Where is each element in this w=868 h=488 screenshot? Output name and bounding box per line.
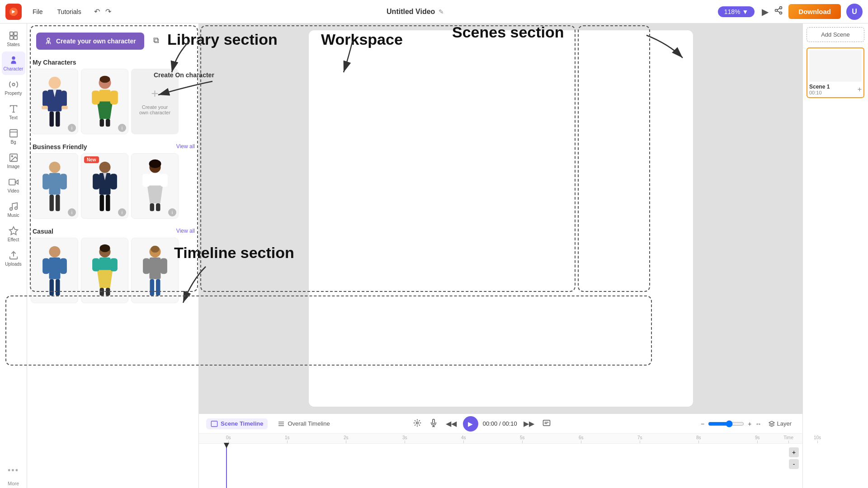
timeline-zoom-in-btn[interactable]: + [789,447,799,457]
sidebar-icons: States Character Property Text Bg Image [0,23,27,488]
scene-timeline-tab[interactable]: Scene Timeline [206,418,268,429]
fit-timeline-btn[interactable]: ↔ [755,420,761,427]
character-card-2[interactable]: i [81,69,128,134]
svg-point-67 [99,244,110,252]
sidebar-item-property[interactable]: Property [2,76,25,99]
business-char-1[interactable]: i [31,153,78,219]
zoom-control[interactable]: 118% ▼ [718,6,755,17]
create-card-label: Create yourown character [137,103,172,117]
svg-rect-7 [14,32,17,35]
sidebar-dots[interactable]: ••• [8,466,19,475]
sidebar-item-states[interactable]: States [2,27,25,51]
business-friendly-title: Business Friendly [33,143,87,150]
timeline-toolbar: Scene Timeline Overall Timeline ◀◀ ▶ [199,414,802,434]
timeline-section: Scene Timeline Overall Timeline ◀◀ ▶ [199,413,802,488]
character-card-1[interactable]: i [31,69,78,134]
svg-rect-37 [92,90,99,104]
char-info-btn-2[interactable]: i [118,124,126,132]
sidebar-label-character: Character [4,66,24,71]
casual-char-2[interactable] [81,238,128,303]
svg-rect-14 [9,130,17,137]
add-character-icon: + [151,86,158,101]
skip-forward-btn[interactable]: ▶▶ [522,418,536,430]
svg-point-2 [775,9,778,12]
svg-rect-58 [150,203,154,211]
bf-info-btn-3[interactable]: i [168,208,176,216]
sidebar-item-text[interactable]: Text [2,100,25,124]
play-pause-button[interactable]: ▶ [463,416,478,432]
add-scene-button[interactable]: Add Scene [807,27,864,42]
svg-rect-29 [61,90,66,107]
svg-rect-52 [105,195,110,211]
timeline-zoom-out-btn[interactable]: - [789,459,799,469]
create-character-card[interactable]: + Create yourown character [131,69,179,134]
sidebar-label-music: Music [7,213,19,218]
overall-timeline-tab[interactable]: Overall Timeline [273,418,334,429]
bf-info-btn-2[interactable]: i [118,208,126,216]
sidebar-item-image[interactable]: Image [2,149,25,173]
sidebar-item-character[interactable]: Character [2,52,25,75]
playhead-head [224,443,229,448]
sidebar-item-video[interactable]: Video [2,174,25,197]
file-menu[interactable]: File [29,6,47,17]
svg-rect-76 [143,258,150,274]
record-btn[interactable] [428,417,439,431]
svg-point-20 [14,207,17,210]
casual-char-3[interactable] [131,238,179,303]
sidebar-item-effect[interactable]: Effect [2,222,25,246]
casual-view-all[interactable]: View all [176,228,195,234]
scene-1-item[interactable]: Scene 1 00:10 + [807,47,864,98]
svg-point-41 [49,162,60,173]
svg-rect-46 [55,195,60,211]
casual-char-1[interactable] [31,238,78,303]
sidebar-item-uploads[interactable]: Uploads [2,247,25,270]
canvas-workspace[interactable] [309,30,693,407]
svg-point-84 [416,422,419,424]
svg-marker-17 [15,180,18,184]
create-character-button[interactable]: Create your own character [36,33,144,50]
zoom-slider[interactable] [708,420,744,427]
svg-point-26 [48,77,61,89]
sidebar-more-label[interactable]: More [8,481,19,486]
scene-add-icon[interactable]: + [858,85,862,94]
layer-button[interactable]: Layer [765,418,795,429]
business-view-all[interactable]: View all [176,143,195,150]
sidebar-item-bg[interactable]: Bg [2,125,25,148]
business-char-2[interactable]: New i [81,153,128,219]
svg-rect-56 [142,174,150,187]
svg-rect-39 [99,119,104,127]
sidebar-label-text: Text [9,115,17,120]
redo-button[interactable]: ↷ [104,5,113,18]
skip-back-btn[interactable]: ◀◀ [444,418,458,430]
svg-rect-69 [92,258,99,272]
timeline-right-controls: − + ↔ Layer [701,418,795,429]
timeline-settings-btn[interactable] [411,417,423,431]
sidebar-item-music[interactable]: Music [2,198,25,221]
undo-button[interactable]: ↶ [92,5,102,18]
svg-rect-63 [60,258,66,274]
zoom-out-btn[interactable]: − [701,420,704,427]
svg-point-11 [12,83,15,86]
tutorials-menu[interactable]: Tutorials [54,6,85,17]
app-logo [5,4,22,20]
scene-1-name: Scene 1 [809,84,830,90]
subtitle-btn[interactable] [541,417,552,431]
bf-info-btn-1[interactable]: i [68,208,76,216]
svg-rect-71 [99,288,104,296]
char-info-btn-1[interactable]: i [68,124,76,132]
svg-point-3 [780,12,782,14]
business-char-3[interactable]: i [131,153,179,219]
user-avatar[interactable]: U [846,4,863,20]
edit-title-icon[interactable]: ✎ [439,8,444,15]
scene-1-time: 00:10 [809,90,830,95]
download-button[interactable]: Download [788,4,841,19]
svg-point-23 [47,38,50,41]
sidebar-label-effect: Effect [8,237,19,242]
svg-point-1 [780,7,782,9]
expand-panel-button[interactable]: ⧉ [153,36,159,45]
svg-rect-70 [110,258,117,272]
share-button[interactable] [774,6,783,17]
zoom-in-btn[interactable]: + [748,420,751,427]
playhead[interactable] [226,444,227,488]
preview-button[interactable]: ▶ [762,6,769,17]
